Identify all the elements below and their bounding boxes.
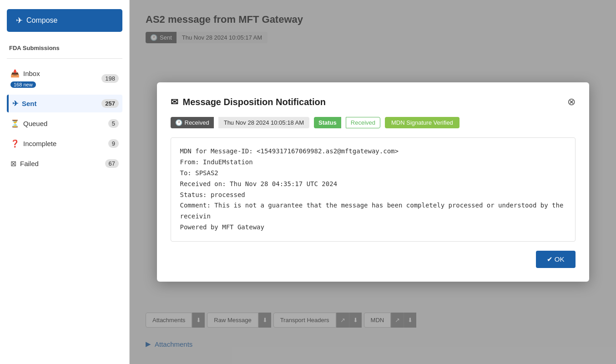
modal-body: MDN for Message-ID: <1549317167069982.as… xyxy=(171,137,576,241)
sidebar-item-incomplete[interactable]: ❓ Incomplete 9 xyxy=(7,135,122,152)
ok-button[interactable]: ✔ OK xyxy=(536,251,576,268)
inbox-count: 198 xyxy=(101,74,119,83)
received-time: Thu Nov 28 2024 10:05:18 AM xyxy=(218,117,309,128)
sent-label: Sent xyxy=(22,100,37,107)
mdn-line-2: From: InduEMstation xyxy=(180,157,566,168)
queued-icon: ⏳ xyxy=(10,119,20,128)
modal-meta: 🕐 Received Thu Nov 28 2024 10:05:18 AM S… xyxy=(171,117,576,128)
incomplete-label: Incomplete xyxy=(23,140,56,147)
inbox-icon: 📥 xyxy=(10,69,20,78)
mdn-line-6: Comment: This is not a guarantee that th… xyxy=(180,200,566,222)
fda-section-label: FDA Submissions xyxy=(7,41,122,52)
mdn-line-1: MDN for Message-ID: <1549317167069982.as… xyxy=(180,146,566,157)
compose-button[interactable]: ✈ Compose xyxy=(7,9,122,32)
queued-count: 5 xyxy=(108,119,119,128)
mdn-line-4: Received on: Thu Nov 28 04:35:17 UTC 202… xyxy=(180,179,566,190)
modal-title-text: Message Disposition Notification xyxy=(183,97,326,107)
sidebar: ✈ Compose FDA Submissions 📥 Inbox 168 ne… xyxy=(0,0,130,364)
sent-icon: ✈ xyxy=(12,99,18,108)
mdn-verified-badge: MDN Signature Verified xyxy=(385,117,459,128)
sidebar-item-failed[interactable]: ⊠ Failed 67 xyxy=(7,155,122,172)
mdn-line-3: To: SPSAS2 xyxy=(180,168,566,179)
mdn-line-5: Status: processed xyxy=(180,190,566,201)
compose-label: Compose xyxy=(26,16,57,25)
incomplete-count: 9 xyxy=(108,139,119,148)
modal-header: ✉ Message Disposition Notification ⊗ xyxy=(171,96,576,108)
modal-footer: ✔ OK xyxy=(171,251,576,268)
status-value: Received xyxy=(346,117,380,128)
modal-title: ✉ Message Disposition Notification xyxy=(171,96,326,107)
received-label: Received xyxy=(185,119,209,126)
sidebar-item-inbox[interactable]: 📥 Inbox 168 new 198 xyxy=(7,65,122,92)
clock-icon-modal: 🕐 xyxy=(175,119,182,126)
failed-icon: ⊠ xyxy=(10,159,16,168)
sidebar-item-sent[interactable]: ✈ Sent 257 xyxy=(7,95,122,112)
modal-dialog: ✉ Message Disposition Notification ⊗ 🕐 R… xyxy=(157,82,589,281)
queued-label: Queued xyxy=(23,120,47,127)
inbox-new-badge: 168 new xyxy=(10,81,36,88)
modal-close-button[interactable]: ⊗ xyxy=(567,96,576,108)
mdn-line-7: Powered by MFT Gateway xyxy=(180,222,566,233)
failed-label: Failed xyxy=(20,160,39,167)
incomplete-icon: ❓ xyxy=(10,139,20,148)
compose-icon: ✈ xyxy=(16,15,23,25)
envelope-icon: ✉ xyxy=(171,96,178,107)
received-badge: 🕐 Received xyxy=(171,117,214,128)
status-label: Status xyxy=(314,117,341,128)
divider xyxy=(7,58,122,59)
sent-count: 257 xyxy=(101,99,119,108)
main-content: AS2 message from MFT Gateway 🕐 Sent Thu … xyxy=(130,0,616,364)
failed-count: 67 xyxy=(105,159,119,168)
inbox-label: Inbox xyxy=(23,70,40,77)
modal-overlay: ✉ Message Disposition Notification ⊗ 🕐 R… xyxy=(130,0,616,364)
sidebar-item-queued[interactable]: ⏳ Queued 5 xyxy=(7,115,122,132)
